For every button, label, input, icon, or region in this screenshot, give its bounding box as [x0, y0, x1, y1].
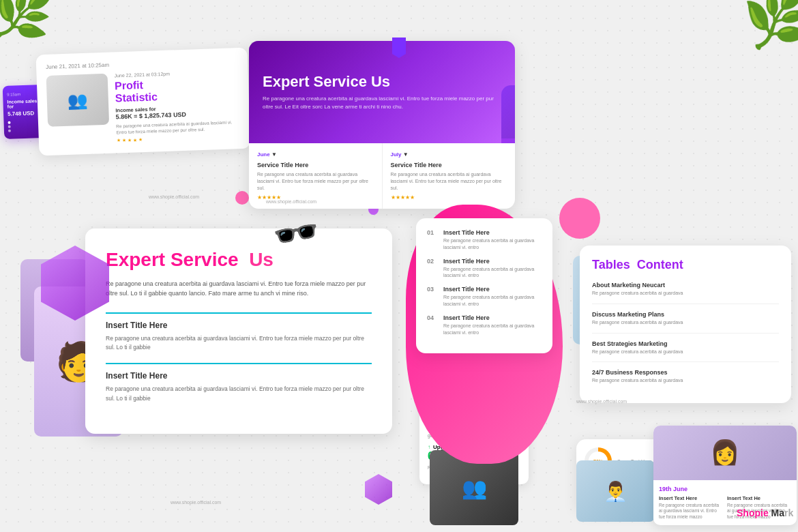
service-desc-2: Re paragone una creatura acerbita ai gua…	[391, 171, 507, 191]
pink-circle-decoration	[559, 198, 600, 239]
profit-title-colored: Profit	[115, 79, 143, 91]
date-label: 19th June	[659, 486, 791, 492]
section-1: Insert Title Here Re paragone una creatu…	[106, 312, 372, 353]
section-2: Insert Title Here Re paragone una creatu…	[106, 363, 372, 403]
expert-top-title: Expert Service Us	[263, 73, 501, 91]
shopie-rest: rk	[784, 507, 793, 518]
list-item: 02 Insert Title Here Re paragone creatur…	[427, 258, 542, 280]
dot-indicator	[8, 121, 10, 124]
profit-desc: Re paragone una creatura acerbita ai gua…	[116, 119, 241, 136]
list-item: 04 Insert Title Here Re paragone creatur…	[427, 314, 542, 336]
service-month-2: July ▼	[391, 151, 409, 158]
item-number: 02	[427, 258, 438, 280]
up-arrow-icon: ↑	[428, 444, 430, 450]
expert-service-center-card: Expert Service Us Re paragone una creatu…	[85, 228, 392, 434]
row-title: 24/7 Business Responses	[592, 369, 779, 376]
center-title-colored: Expert Service	[106, 249, 239, 270]
row-title: Discuss Marketing Plans	[592, 311, 779, 318]
item-desc: Re paragone creatura acerbita ai guardav…	[443, 266, 542, 280]
center-title-plain: Us	[249, 249, 274, 270]
profit-card-image	[46, 74, 110, 127]
tables-title: Tables Content	[592, 258, 779, 272]
time-label: 9:15am	[7, 91, 40, 97]
service-title-1: Service Title Here	[257, 162, 374, 168]
expert-service-top-card: 👩 👨 👩‍💼 🧑 Expert Service Us Re paragone …	[249, 41, 515, 209]
row-desc: Re paragone creatura acerbita ai guardav…	[592, 349, 779, 355]
glasses-decoration: 🕶️	[269, 208, 323, 260]
stars-rating: ★ ★ ★ ★ ★	[117, 134, 241, 143]
item-title: Insert Title Here	[443, 258, 542, 265]
center-card-title: Expert Service Us	[106, 249, 372, 271]
plant-decoration-tr: 🌿	[741, 0, 798, 53]
person-thumbnail: 👩	[653, 426, 797, 480]
profit-title-plain: Statistic	[115, 91, 158, 104]
row-desc: Re paragone creatura acerbita ai guardav…	[592, 319, 779, 326]
table-row: About Marketing Neucart Re paragone crea…	[592, 282, 779, 304]
item-title: Insert Title Here	[443, 286, 542, 293]
center-card-desc: Re paragone una creatura acerbita ai gua…	[106, 279, 372, 299]
info-desc-1: Re paragone creatura acerbita ai guardav…	[659, 503, 723, 520]
item-number: 01	[427, 229, 438, 251]
item-desc: Re paragone creatura acerbita ai guardav…	[443, 323, 542, 336]
tables-title-plain: Content	[637, 258, 683, 271]
info-title-1: Insert Text Here	[659, 495, 723, 501]
pink-circle-accent	[235, 191, 249, 205]
numbered-list-card: 01 Insert Title Here Re paragone creatur…	[416, 218, 552, 353]
watermark-2: www.shopie.official.com	[266, 199, 316, 204]
item-desc: Re paragone creatura acerbita ai guardav…	[443, 237, 542, 251]
item-title: Insert Title Here	[443, 229, 542, 236]
star-3: ★	[128, 138, 132, 143]
team-photo: 👨‍💼	[576, 460, 655, 522]
expert-top-image: 👩 👨 👩‍💼 🧑 Expert Service Us Re paragone …	[249, 41, 515, 143]
row-desc: Re paragone creatura acerbita ai guardav…	[592, 377, 779, 384]
row-desc: Re paragone creatura acerbita ai guardav…	[592, 290, 779, 297]
person-info: 19th June Insert Text Here Re paragone c…	[653, 480, 797, 525]
main-scene: 🌿 🌿 9:15am Income sales for 5.748 USD Ju…	[0, 0, 798, 532]
table-row: Discuss Marketing Plans Re paragone crea…	[592, 311, 779, 334]
card-date: June 21, 2021 at 10:25am	[46, 57, 238, 70]
shopie-brand-name: Shopie Mark	[737, 507, 798, 518]
item-number: 04	[427, 314, 438, 336]
income-value-small: 5.748 USD	[8, 110, 40, 117]
watermark-bottom-left: www.shopie.official.com	[171, 500, 221, 505]
shopie-branding: Shopie Mark	[737, 507, 798, 518]
service-desc-1: Re paragone una creatura acerbita ai gua…	[257, 171, 374, 191]
star-1: ★	[117, 138, 121, 143]
shopie-colored: Shopie	[737, 507, 769, 518]
info-block-1: Insert Text Here Re paragone creatura ac…	[659, 495, 723, 520]
service-title-2: Service Title Here	[391, 162, 507, 168]
hexagon-small-decoration	[365, 474, 392, 505]
service-card-2: July ▼ Service Title Here Re paragone un…	[383, 143, 516, 209]
service-month-1: June ▼	[257, 151, 277, 158]
section-1-desc: Re paragone una creatura acerbita ai gua…	[106, 334, 372, 353]
item-number: 03	[427, 286, 438, 308]
section-1-title: Insert Title Here	[106, 321, 372, 330]
expert-top-desc: Re paragone una creatura acerbita ai gua…	[263, 95, 501, 111]
dot-indicator	[8, 125, 11, 128]
s2: ★★★★★	[391, 194, 415, 201]
profit-title: Profit Statistic	[115, 76, 239, 104]
tables-content-card: Tables Content About Marketing Neucart R…	[580, 246, 791, 403]
item-desc: Re paragone creatura acerbita ai guardav…	[443, 294, 542, 308]
star-2: ★	[122, 138, 126, 143]
profit-statistic-card: June 21, 2021 at 10:25am June 22, 2021 a…	[36, 48, 251, 156]
row-title: Best Strategies Marketing	[592, 340, 779, 347]
info-title-2: Insert Text He	[727, 495, 791, 501]
watermark-3: www.shopie.official.com	[576, 399, 627, 404]
table-row: Best Strategies Marketing Re paragone cr…	[592, 340, 779, 363]
watermark-1: www.shopie.official.com	[149, 194, 199, 199]
table-row: 24/7 Business Responses Re paragone crea…	[592, 369, 779, 391]
tables-title-colored: Tables	[592, 258, 630, 271]
row-title: About Marketing Neucart	[592, 282, 779, 289]
item-title: Insert Title Here	[443, 314, 542, 321]
section-2-title: Insert Title Here	[106, 371, 372, 381]
star-4: ★	[133, 138, 137, 143]
income-label-small: Income sales for	[7, 98, 40, 109]
plant-decoration-tl: 🌿	[0, 0, 57, 47]
section-2-desc: Re paragone una creatura acerbita ai gua…	[106, 385, 372, 403]
service-stars-2: ★★★★★	[391, 194, 507, 201]
dot-indicator	[8, 130, 11, 132]
star-5: ★	[138, 137, 143, 143]
list-item: 03 Insert Title Here Re paragone creatur…	[427, 286, 542, 308]
list-item: 01 Insert Title Here Re paragone creatur…	[427, 229, 542, 251]
